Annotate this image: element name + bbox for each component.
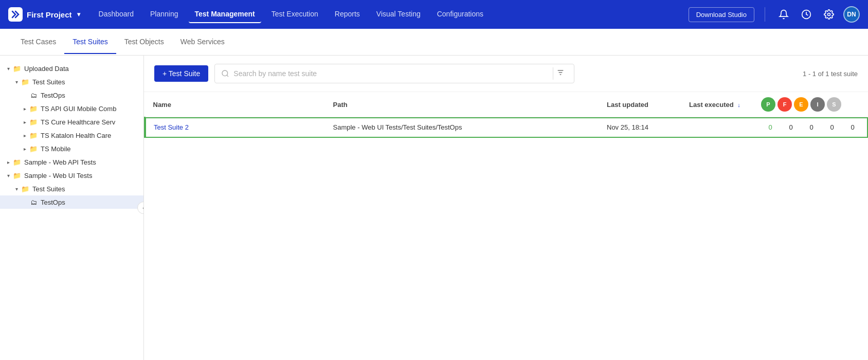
count-passed: 0 [763, 123, 777, 131]
folder-icon: 📁 [12, 64, 22, 73]
chevron-right-icon: ▸ [21, 131, 29, 139]
sidebar-label: TS Katalon Health Care [41, 132, 111, 139]
filter-button[interactable] [553, 67, 568, 80]
badge-passed: P [761, 97, 775, 112]
sidebar-item-ts-mobile[interactable]: ▸ 📁 TS Mobile [0, 142, 143, 155]
sidebar-label: TestOps [41, 199, 65, 206]
app-logo [8, 7, 23, 22]
badge-incomplete: I [810, 97, 825, 112]
chevron-down-icon: ▾ [4, 171, 12, 179]
cell-last-executed [681, 117, 753, 138]
search-input[interactable] [233, 69, 547, 78]
test-suites-table: Name Path Last updated Last executed ↓ [144, 92, 868, 138]
sidebar-item-ts-cure[interactable]: ▸ 📁 TS Cure Healthcare Serv [0, 115, 143, 129]
settings-button[interactable] [821, 6, 837, 23]
svg-point-1 [828, 13, 830, 16]
table-container: Name Path Last updated Last executed ↓ [144, 92, 868, 360]
result-count: 1 - 1 of 1 test suite [803, 70, 858, 78]
nav-right: Download Studio DN [689, 6, 860, 23]
tab-test-objects[interactable]: Test Objects [116, 30, 172, 54]
sidebar-label: TS Mobile [41, 145, 71, 153]
sidebar-label: TestOps [41, 92, 65, 99]
main-content: ▾ 📁 Uploaded Data ▾ 📁 Test Suites ▸ 🗂 Te… [0, 56, 868, 360]
sidebar-item-test-suites-2[interactable]: ▾ 📁 Test Suites [0, 182, 143, 195]
sidebar-label: Sample - Web UI Tests [24, 172, 92, 179]
sidebar-label: Test Suites [32, 78, 65, 86]
folder-icon: 📁 [29, 131, 38, 140]
sidebar-item-uploaded-data[interactable]: ▾ 📁 Uploaded Data [0, 62, 143, 75]
chevron-right-icon: ▸ [21, 104, 29, 113]
sidebar-label: Test Suites [32, 185, 65, 193]
table-row[interactable]: Test Suite 2 Sample - Web UI Tests/Test … [145, 117, 869, 138]
panel-toolbar: + Test Suite 1 - 1 of 1 test suite [144, 56, 868, 92]
table-header-row: Name Path Last updated Last executed ↓ [145, 92, 869, 117]
folder-icon: 📁 [12, 171, 22, 180]
cell-last-updated: Nov 25, 18:14 [599, 117, 681, 138]
cell-path: Sample - Web UI Tests/Test Suites/TestOp… [325, 117, 599, 138]
nav-links: Dashboard Planning Test Management Test … [93, 6, 676, 23]
col-path: Path [325, 92, 599, 117]
download-studio-button[interactable]: Download Studio [689, 7, 754, 22]
add-test-suite-button[interactable]: + Test Suite [154, 65, 208, 82]
right-panel: + Test Suite 1 - 1 of 1 test suite [144, 56, 868, 360]
sidebar-item-testops-2[interactable]: ▸ 🗂 TestOps [0, 195, 143, 209]
nav-visual-testing[interactable]: Visual Testing [370, 6, 427, 23]
chevron-down-icon: ▾ [12, 78, 21, 86]
folder-icon: 📁 [12, 157, 22, 167]
chevron-down-icon: ▾ [12, 185, 21, 193]
badge-error: E [794, 97, 808, 112]
nav-configurations[interactable]: Configurations [431, 6, 490, 23]
test-suite-link[interactable]: Test Suite 2 [154, 123, 189, 131]
project-name: First Project [27, 10, 72, 19]
folder-open-icon: 🗂 [29, 91, 38, 100]
user-avatar[interactable]: DN [843, 6, 860, 23]
folder-icon: 📁 [29, 117, 38, 127]
history-button[interactable] [798, 6, 815, 23]
sidebar-item-testops-1[interactable]: ▸ 🗂 TestOps [0, 88, 143, 102]
folder-icon: 📁 [21, 77, 30, 86]
col-last-updated: Last updated [599, 92, 681, 117]
nav-planning[interactable]: Planning [144, 6, 185, 23]
nav-reports[interactable]: Reports [329, 6, 366, 23]
svg-line-3 [227, 75, 228, 77]
sidebar: ▾ 📁 Uploaded Data ▾ 📁 Test Suites ▸ 🗂 Te… [0, 56, 144, 360]
count-incomplete: 0 [825, 123, 839, 131]
sidebar-item-ts-api-gui[interactable]: ▸ 📁 TS API GUI Mobile Comb [0, 102, 143, 115]
count-skipped: 0 [845, 123, 860, 131]
folder-icon: 📁 [29, 104, 38, 113]
nav-test-management[interactable]: Test Management [189, 6, 261, 23]
nav-divider [765, 7, 765, 22]
cell-status-counts: 0 0 0 0 0 [753, 117, 868, 138]
tab-web-services[interactable]: Web Services [172, 30, 233, 54]
sidebar-label: TS Cure Healthcare Serv [41, 118, 115, 126]
chevron-right-icon: ▸ [4, 158, 12, 166]
chevron-down-icon: ▾ [4, 64, 12, 73]
badge-skipped: S [827, 97, 841, 112]
folder-open-icon: 🗂 [29, 197, 38, 207]
nav-test-execution[interactable]: Test Execution [265, 6, 324, 23]
sidebar-item-sample-web-ui[interactable]: ▾ 📁 Sample - Web UI Tests [0, 169, 143, 182]
top-nav: First Project ▾ Dashboard Planning Test … [0, 0, 868, 29]
col-status-badges: P F E I S [753, 92, 868, 117]
nav-dashboard[interactable]: Dashboard [93, 6, 140, 23]
sidebar-item-ts-katalon[interactable]: ▸ 📁 TS Katalon Health Care [0, 129, 143, 142]
col-last-executed[interactable]: Last executed ↓ [681, 92, 753, 117]
chevron-right-icon: ▸ [21, 118, 29, 126]
tab-test-suites[interactable]: Test Suites [64, 30, 116, 54]
notifications-button[interactable] [775, 6, 792, 23]
chevron-right-icon: ▸ [21, 145, 29, 153]
search-box [214, 64, 574, 83]
sidebar-item-test-suites-1[interactable]: ▾ 📁 Test Suites [0, 75, 143, 88]
project-selector[interactable]: First Project ▾ [8, 7, 80, 22]
badge-failed: F [777, 97, 792, 112]
sidebar-item-sample-web-api[interactable]: ▸ 📁 Sample - Web API Tests [0, 155, 143, 169]
svg-point-2 [222, 70, 228, 76]
sidebar-collapse-button[interactable]: ‹ [137, 202, 144, 214]
sort-down-icon: ↓ [737, 102, 740, 108]
col-name: Name [145, 92, 325, 117]
sidebar-label: Uploaded Data [24, 65, 69, 73]
sidebar-label: TS API GUI Mobile Comb [41, 105, 116, 113]
search-icon [221, 69, 229, 78]
tab-bar: Test Cases Test Suites Test Objects Web … [0, 29, 868, 56]
tab-test-cases[interactable]: Test Cases [12, 30, 64, 54]
